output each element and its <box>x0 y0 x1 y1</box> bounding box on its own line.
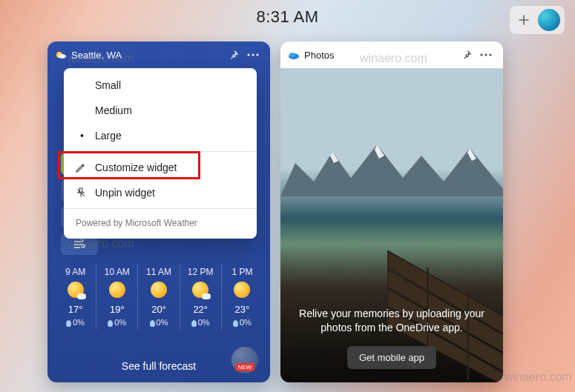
more-icon[interactable] <box>476 45 496 64</box>
header-right <box>510 6 565 34</box>
hourly-temp: 20° <box>138 304 179 315</box>
svg-point-10 <box>289 53 295 57</box>
hourly-time: 11 AM <box>138 267 179 277</box>
hourly-precip: 0% <box>222 318 263 327</box>
pin-icon[interactable] <box>224 45 243 64</box>
photos-widget: Photos <box>280 41 503 382</box>
svg-point-12 <box>484 53 487 56</box>
add-widget-button[interactable] <box>514 10 533 30</box>
photos-header: Photos <box>280 41 503 68</box>
hourly-precip: 0% <box>96 318 137 327</box>
hourly-col[interactable]: 11 AM 20° 0% <box>137 264 179 330</box>
onedrive-icon <box>288 49 300 61</box>
svg-point-3 <box>252 53 254 56</box>
hourly-weather-icon <box>151 282 167 298</box>
weather-location: Seattle, WA <box>71 50 122 61</box>
hourly-temp: 22° <box>180 304 221 315</box>
menu-size-large[interactable]: Large <box>64 123 257 148</box>
menu-footer: Powered by Microsoft Weather <box>64 212 257 234</box>
menu-separator <box>64 208 257 209</box>
svg-point-11 <box>480 53 482 56</box>
hourly-precip: 0% <box>180 318 221 327</box>
pencil-icon <box>74 161 88 174</box>
new-badge[interactable]: NEW <box>231 347 258 373</box>
hourly-col[interactable]: 9 AM 17° 0% <box>55 264 96 330</box>
hourly-time: 10 AM <box>96 267 137 277</box>
hourly-temp: 19° <box>96 304 137 315</box>
hourly-weather-icon <box>109 282 125 298</box>
svg-point-4 <box>256 53 258 56</box>
hourly-col[interactable]: 1 PM 23° 0% <box>221 264 263 330</box>
photo-background <box>280 68 503 382</box>
weather-icon <box>55 49 67 61</box>
new-badge-label: NEW <box>235 363 255 371</box>
hourly-precip: 0% <box>138 318 179 327</box>
menu-customize-widget[interactable]: Customize widget <box>64 155 257 180</box>
hourly-temp: 23° <box>222 304 263 315</box>
unpin-icon <box>74 186 88 199</box>
hourly-col[interactable]: 10 AM 19° 0% <box>96 264 137 330</box>
get-mobile-app-button[interactable]: Get mobile app <box>347 346 436 369</box>
user-avatar[interactable] <box>538 9 560 31</box>
hourly-temp: 17° <box>55 304 96 315</box>
pin-icon[interactable] <box>457 45 476 64</box>
hourly-forecast: 9 AM 17° 0% 10 AM 19° 0% 11 AM 20° 0% 12… <box>55 264 263 330</box>
clock: 8:31 AM <box>256 7 318 27</box>
more-icon[interactable] <box>243 45 263 64</box>
hourly-col[interactable]: 12 PM 22° 0% <box>180 264 221 330</box>
hourly-precip: 0% <box>55 318 96 327</box>
widget-board: Seattle, WA 9 AM 17° 0% 10 AM <box>47 41 503 382</box>
hourly-weather-icon <box>68 282 84 298</box>
menu-size-medium[interactable]: Medium <box>64 98 257 123</box>
hourly-weather-icon <box>234 282 250 298</box>
svg-point-1 <box>59 54 66 59</box>
hourly-time: 1 PM <box>222 267 263 277</box>
mountains-illustration <box>280 137 503 196</box>
svg-point-2 <box>247 53 249 56</box>
svg-point-13 <box>489 53 491 56</box>
hourly-weather-icon <box>192 282 208 298</box>
hourly-time: 9 AM <box>55 267 96 277</box>
weather-widget: Seattle, WA 9 AM 17° 0% 10 AM <box>47 41 270 382</box>
widget-context-menu: Small Medium Large Customize widget Unpi… <box>64 68 257 239</box>
hourly-time: 12 PM <box>180 267 221 277</box>
menu-unpin-widget[interactable]: Unpin widget <box>64 180 257 205</box>
menu-size-small[interactable]: Small <box>64 73 257 98</box>
photos-title: Photos <box>304 50 334 61</box>
weather-header: Seattle, WA <box>47 41 270 68</box>
menu-separator <box>64 151 257 152</box>
header-bar: 8:31 AM <box>0 0 575 34</box>
photos-caption: Relive your memories by uploading your p… <box>291 307 493 335</box>
